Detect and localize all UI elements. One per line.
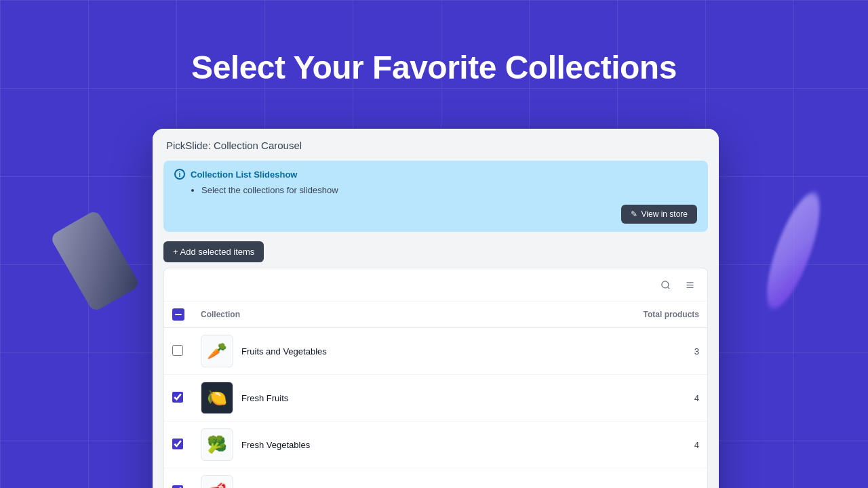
- table-row: 🥦Fresh Vegetables4: [164, 422, 707, 468]
- collection-img-3: 🥩: [201, 475, 233, 488]
- row-checkbox-1[interactable]: [172, 392, 183, 403]
- collection-column-header: Collection: [193, 302, 534, 328]
- table-row: 🍋Fresh Fruits4: [164, 375, 707, 422]
- main-card: PickSlide: Collection Carousel i Collect…: [153, 129, 719, 488]
- collections-table-container: Collection Total products 🥕Fruits and Ve…: [163, 268, 708, 488]
- svg-point-0: [661, 281, 668, 287]
- header-checkbox-dash: [175, 314, 182, 315]
- info-banner-title: i Collection List Slideshow: [174, 169, 697, 180]
- collection-name-0: Fruits and Vegetables: [241, 346, 327, 357]
- table-header-row: Collection Total products: [164, 302, 707, 328]
- info-icon: i: [174, 169, 185, 180]
- add-selected-items-button[interactable]: + Add selected items: [163, 241, 264, 262]
- row-checkbox-cell-0: [164, 328, 193, 375]
- select-all-header[interactable]: [164, 302, 193, 328]
- row-checkbox-0[interactable]: [172, 345, 183, 356]
- collection-img-1: 🍋: [201, 382, 233, 414]
- row-checkbox-2[interactable]: [172, 439, 183, 449]
- info-banner-text: Select the collections for slideshow: [191, 185, 697, 195]
- total-products-1: 4: [534, 375, 707, 422]
- collections-table: Collection Total products 🥕Fruits and Ve…: [164, 302, 707, 488]
- filter-icon[interactable]: [680, 275, 699, 294]
- total-products-3: 0: [534, 468, 707, 489]
- collection-name-1: Fresh Fruits: [241, 393, 288, 403]
- banner-footer: ✎ View in store: [174, 195, 697, 224]
- card-header: PickSlide: Collection Carousel: [153, 129, 719, 161]
- collection-img-0: 🥕: [201, 335, 233, 367]
- collection-cell-2: 🥦Fresh Vegetables: [193, 422, 534, 468]
- row-checkbox-cell-3: [164, 468, 193, 489]
- collection-cell-3: 🥩Meat and Fish: [193, 468, 534, 489]
- info-banner: i Collection List Slideshow Select the c…: [163, 161, 708, 232]
- total-products-column-header: Total products: [534, 302, 707, 328]
- view-in-store-button[interactable]: ✎ View in store: [621, 205, 697, 224]
- collection-img-2: 🥦: [201, 428, 233, 461]
- collections-tbody: 🥕Fruits and Vegetables3🍋Fresh Fruits4🥦Fr…: [164, 328, 707, 489]
- row-checkbox-cell-2: [164, 422, 193, 468]
- search-icon[interactable]: [656, 275, 675, 294]
- collection-cell-0: 🥕Fruits and Vegetables: [193, 328, 534, 375]
- svg-line-1: [667, 287, 669, 289]
- table-toolbar: [164, 268, 707, 302]
- page-title: Select Your Favorite Collections: [0, 49, 868, 86]
- collection-cell-1: 🍋Fresh Fruits: [193, 375, 534, 422]
- row-checkbox-3[interactable]: [172, 485, 183, 489]
- total-products-2: 4: [534, 422, 707, 468]
- header-checkbox-dash-container: [172, 308, 184, 321]
- row-checkbox-cell-1: [164, 375, 193, 422]
- collection-name-2: Fresh Vegetables: [241, 440, 310, 450]
- table-row: 🥩Meat and Fish0: [164, 468, 707, 489]
- store-icon: ✎: [631, 209, 637, 219]
- table-row: 🥕Fruits and Vegetables3: [164, 328, 707, 375]
- total-products-0: 3: [534, 328, 707, 375]
